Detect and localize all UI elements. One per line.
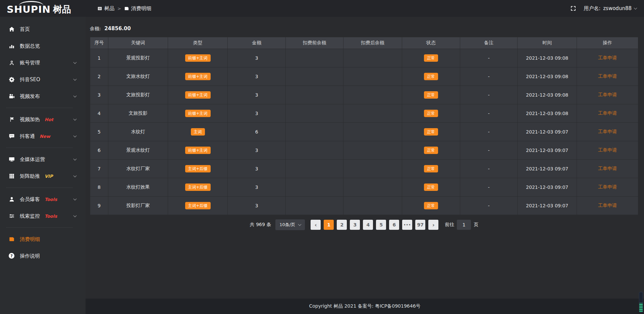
work-order-link[interactable]: 工单申请: [598, 147, 617, 153]
cell-balance-before: [286, 67, 343, 86]
cell-action: 工单申请: [577, 86, 638, 104]
status-badge: 正常: [424, 202, 438, 209]
sidebar-item-chat[interactable]: 抖客通 New: [0, 128, 86, 145]
work-order-link[interactable]: 工单申请: [598, 184, 617, 190]
page-button-6[interactable]: 6: [389, 220, 399, 230]
goto-page-input[interactable]: [457, 220, 471, 230]
status-badge: 正常: [424, 184, 438, 191]
page-button-4[interactable]: 4: [363, 220, 373, 230]
breadcrumb-root[interactable]: 树品: [97, 5, 114, 12]
sidebar-item-label: 线索监控: [20, 213, 40, 219]
page-button-2[interactable]: 2: [337, 220, 347, 230]
fullscreen-icon[interactable]: [570, 5, 576, 11]
work-order-link[interactable]: 工单申请: [598, 92, 617, 97]
column-header: 类型: [168, 37, 228, 49]
page-button-97[interactable]: 97: [415, 220, 425, 230]
sidebar-item-label: 首页: [20, 26, 30, 33]
sidebar-item-label: 操作说明: [20, 253, 40, 259]
chevron-down-icon: [73, 197, 77, 200]
total-count: 共 969 条: [250, 222, 271, 228]
user-icon: [9, 60, 15, 66]
flag-icon: [9, 116, 15, 122]
balance-value: 24856.00: [104, 25, 131, 32]
topbar: SHUPIN 树品 树品 > 消费明细 用户名: zswodun88: [0, 0, 644, 17]
cell-action: 工单申请: [577, 141, 638, 160]
sidebar-item-label: 账号管理: [20, 60, 40, 66]
cell-balance-after: [343, 197, 402, 215]
work-order-link[interactable]: 工单申请: [598, 203, 617, 208]
sidebar-item-sliders[interactable]: 线索监控 Tools: [0, 208, 86, 224]
sidebar-item-person[interactable]: 会员爆客 Tools: [0, 191, 86, 208]
page-size-select[interactable]: 10条/页: [275, 219, 305, 230]
cell-index: 8: [90, 178, 108, 197]
cell-balance-before: [286, 86, 343, 104]
work-order-link[interactable]: 工单申请: [598, 166, 617, 171]
type-badge: 前缀+主词: [185, 91, 211, 99]
cell-index: 1: [90, 49, 108, 67]
status-badge: 正常: [424, 91, 438, 99]
type-badge: 前缀+主词: [185, 73, 211, 80]
cell-index: 2: [90, 67, 108, 86]
sidebar-item-badge: Tools: [45, 197, 57, 202]
column-header: 扣费后余额: [343, 37, 402, 49]
work-order-link[interactable]: 工单申请: [598, 73, 617, 79]
sidebar-item-grid[interactable]: 矩阵助推 VIP: [0, 168, 86, 185]
cell-status: 正常: [402, 197, 460, 215]
work-order-link[interactable]: 工单申请: [598, 55, 617, 60]
type-badge: 主词+后缀: [185, 165, 211, 172]
type-badge: 前缀+主词: [185, 54, 211, 62]
prev-page-button[interactable]: ‹: [311, 220, 321, 230]
sidebar-item-wallet[interactable]: 消费明细: [0, 231, 86, 248]
pagination-ellipsis[interactable]: •••: [402, 220, 412, 230]
cell-amount: 3: [228, 86, 286, 104]
sidebar-item-chart[interactable]: 数据总览: [0, 38, 86, 54]
breadcrumb-current[interactable]: 消费明细: [124, 5, 151, 12]
cell-balance-after: [343, 67, 402, 86]
sidebar-item-gear[interactable]: 抖音SEO: [0, 71, 86, 88]
sidebar-item-question[interactable]: ? 操作说明: [0, 248, 86, 264]
home-icon: [9, 26, 15, 32]
cell-type: 主词+后缀: [168, 197, 228, 215]
cell-time: 2021-12-03 09:07: [518, 178, 577, 197]
page-button-5[interactable]: 5: [376, 220, 386, 230]
sidebar-item-flag[interactable]: 视频加热 Hot: [0, 111, 86, 128]
work-order-link[interactable]: 工单申请: [598, 110, 617, 116]
sidebar-item-label: 矩阵助推: [20, 173, 40, 179]
cell-balance-after: [343, 123, 402, 141]
chevron-down-icon: [73, 157, 77, 160]
cell-keyword: 景观投影灯: [108, 49, 168, 67]
sidebar-item-home[interactable]: 首页: [0, 21, 86, 38]
brand-name-cn: 树品: [53, 2, 71, 17]
sidebar-item-label: 全媒体运营: [20, 156, 45, 163]
cell-action: 工单申请: [577, 49, 638, 67]
cell-status: 正常: [402, 49, 460, 67]
username-value: zswodun88: [603, 5, 632, 11]
cell-balance-before: [286, 49, 343, 67]
status-badge: 正常: [424, 110, 438, 117]
cell-status: 正常: [402, 141, 460, 160]
battery-indicator-overlay[interactable]: [639, 292, 643, 313]
chevron-down-icon: [73, 214, 77, 217]
cell-amount: 3: [228, 197, 286, 215]
table-row: 1 景观投影灯 前缀+主词 3 正常 - 2021-12-03 09:08 工单…: [90, 49, 638, 67]
cell-amount: 3: [228, 141, 286, 160]
table-row: 8 水纹灯效果 主词+后缀 3 正常 - 2021-12-03 09:07 工单…: [90, 178, 638, 197]
cell-amount: 3: [228, 160, 286, 178]
status-badge: 正常: [424, 54, 438, 62]
sidebar-item-label: 视频加热: [20, 116, 40, 123]
sidebar-item-video[interactable]: 视频发布: [0, 88, 86, 105]
status-badge: 正常: [424, 128, 438, 136]
work-order-link[interactable]: 工单申请: [598, 129, 617, 134]
cell-amount: 3: [228, 49, 286, 67]
page-button-3[interactable]: 3: [350, 220, 360, 230]
chevron-down-icon: [73, 117, 77, 120]
page-button-1[interactable]: 1: [324, 220, 334, 230]
breadcrumb: 树品 > 消费明细: [97, 5, 151, 12]
sidebar-item-monitor[interactable]: 全媒体运营: [0, 151, 86, 168]
user-menu[interactable]: 用户名: zswodun88: [584, 5, 637, 12]
sidebar-item-user[interactable]: 账号管理: [0, 54, 86, 71]
table-row: 6 景观水纹灯 前缀+主词 3 正常 - 2021-12-03 09:07 工单…: [90, 141, 638, 160]
sidebar-item-badge: Hot: [45, 117, 53, 122]
next-page-button[interactable]: ›: [428, 220, 438, 230]
cell-balance-before: [286, 197, 343, 215]
